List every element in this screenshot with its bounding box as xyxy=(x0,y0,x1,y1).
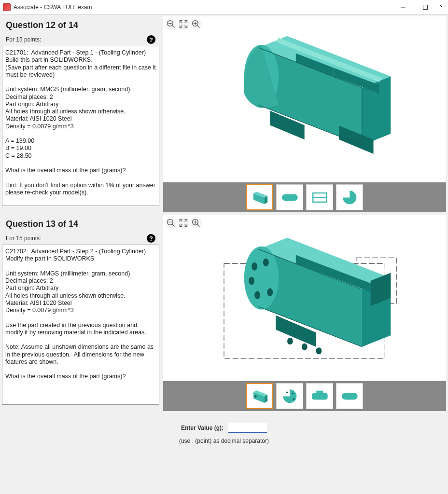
svg-line-6 xyxy=(185,21,187,23)
question-12-image-pane xyxy=(163,16,446,212)
thumb-q13-4[interactable] xyxy=(336,383,363,409)
question-12-header: Question 12 of 14 xyxy=(6,20,159,30)
svg-line-3 xyxy=(172,26,175,28)
zoom-out-icon[interactable] xyxy=(165,18,177,30)
question-13-viewer[interactable] xyxy=(163,215,446,381)
window-title: Associate - CSWA FULL exam xyxy=(14,4,92,11)
question-13-thumbstrip xyxy=(163,381,446,411)
zoom-out-icon[interactable] xyxy=(165,217,177,229)
svg-line-10 xyxy=(197,26,200,28)
zoom-in-icon[interactable] xyxy=(190,217,202,229)
zoom-fit-icon[interactable] xyxy=(178,217,189,229)
question-12-pane: Question 12 of 14 For 15 points: ? C2170… xyxy=(2,16,159,212)
answer-value-input[interactable] xyxy=(228,423,267,433)
svg-rect-69 xyxy=(316,390,323,393)
question-12-thumbstrip xyxy=(163,182,446,212)
svg-line-35 xyxy=(185,220,187,221)
svg-line-8 xyxy=(185,26,187,27)
question-13-points: For 15 points: xyxy=(6,235,147,242)
svg-line-39 xyxy=(197,224,200,227)
thumb-q12-4[interactable] xyxy=(336,184,363,210)
question-13-image-pane xyxy=(163,215,446,411)
question-13-header: Question 13 of 14 xyxy=(6,219,159,229)
svg-point-48 xyxy=(252,262,257,271)
thumb-q12-1[interactable] xyxy=(246,184,273,210)
svg-rect-68 xyxy=(312,393,328,399)
svg-point-52 xyxy=(267,288,273,297)
svg-rect-1 xyxy=(423,5,428,9)
svg-point-49 xyxy=(263,259,269,267)
answer-area: Enter Value (g): (use . (point) as decim… xyxy=(0,411,448,444)
svg-point-58 xyxy=(316,347,322,354)
answer-label: Enter Value (g): xyxy=(181,425,224,431)
svg-rect-70 xyxy=(342,393,358,399)
thumb-q13-3[interactable] xyxy=(306,383,333,409)
window-maximize-button[interactable] xyxy=(414,0,436,14)
question-13-part-image xyxy=(177,223,432,373)
zoom-in-icon[interactable] xyxy=(190,18,202,30)
svg-point-50 xyxy=(249,277,254,285)
svg-point-64 xyxy=(254,395,257,398)
svg-point-67 xyxy=(293,398,294,400)
window-next-button[interactable] xyxy=(436,0,446,14)
question-12-viewer[interactable] xyxy=(163,16,446,182)
question-12-part-image xyxy=(177,25,432,174)
zoom-fit-icon[interactable] xyxy=(178,18,189,30)
question-13-body[interactable]: C21702: Advanced Part - Step 2 - (Toolin… xyxy=(2,245,159,405)
svg-line-36 xyxy=(180,224,182,226)
svg-point-47 xyxy=(244,247,279,310)
svg-point-57 xyxy=(302,343,308,350)
thumb-q12-2[interactable] xyxy=(276,184,303,210)
window-titlebar: Associate - CSWA FULL exam xyxy=(0,0,448,14)
thumb-q13-1[interactable] xyxy=(246,383,273,409)
question-12-body[interactable]: C21701: Advanced Part - Step 1 - (Toolin… xyxy=(2,46,159,206)
svg-line-5 xyxy=(180,21,182,23)
thumb-q13-2[interactable] xyxy=(276,383,303,409)
svg-point-66 xyxy=(292,392,294,394)
svg-point-56 xyxy=(287,338,293,344)
svg-point-65 xyxy=(286,391,288,393)
svg-line-34 xyxy=(180,220,182,221)
window-minimize-button[interactable] xyxy=(392,0,414,14)
help-icon[interactable]: ? xyxy=(147,234,155,243)
svg-line-37 xyxy=(185,224,187,226)
app-icon xyxy=(3,3,11,11)
svg-point-51 xyxy=(254,291,260,300)
question-12-points: For 15 points: xyxy=(6,36,147,43)
svg-line-7 xyxy=(180,26,182,27)
question-13-pane: Question 13 of 14 For 15 points: ? C2170… xyxy=(2,215,159,411)
svg-line-32 xyxy=(172,224,175,227)
svg-rect-28 xyxy=(282,194,298,201)
answer-hint: (use . (point) as decimal separator) xyxy=(0,438,448,444)
thumb-q12-3[interactable] xyxy=(306,184,333,210)
help-icon[interactable]: ? xyxy=(147,35,155,44)
